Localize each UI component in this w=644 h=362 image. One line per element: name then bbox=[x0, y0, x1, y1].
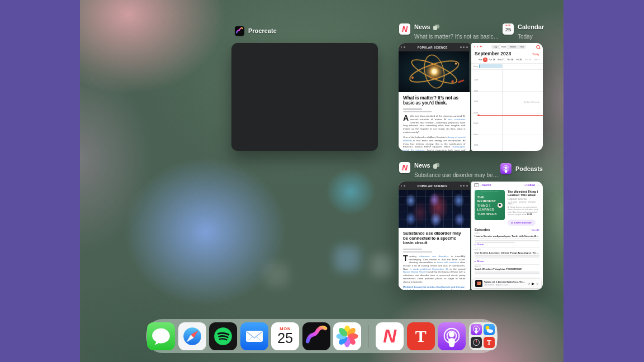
dock-icon-calendar[interactable]: MON 25 bbox=[271, 322, 299, 350]
news-masthead: POPULAR SCIENCE bbox=[406, 46, 458, 49]
day-column-divider bbox=[502, 70, 503, 151]
byline-placeholder bbox=[403, 249, 422, 250]
now-playing-artwork bbox=[475, 280, 482, 287]
dock-icon-procreate[interactable] bbox=[302, 322, 330, 350]
share-icon bbox=[460, 185, 462, 187]
episode-desc-line bbox=[475, 240, 539, 241]
news-card-1[interactable]: ‹ POPULAR SCIENCE bbox=[399, 43, 470, 151]
calendar-toolbar: ‹ › + Day Week Month Year bbox=[471, 43, 543, 51]
procreate-brush-icon bbox=[235, 26, 244, 36]
hour-label: 11 AM bbox=[471, 122, 478, 125]
calendar-card-subtitle: Today bbox=[518, 34, 533, 40]
sidebar-icon bbox=[474, 183, 479, 188]
calendar-card-title: Calendar bbox=[518, 23, 544, 31]
mini-app-icon-podcasts bbox=[471, 324, 482, 335]
follow-button: + Follow bbox=[524, 184, 535, 187]
back-to-search-button: ‹ Search bbox=[481, 184, 491, 187]
episode-date: SEP 6 bbox=[475, 233, 539, 235]
episodes-heading: Episodes bbox=[475, 227, 490, 231]
episode-desc-line bbox=[475, 242, 515, 243]
split-view-pair-news-podcasts: ‹ POPULAR SCIENCE Substance use disorder… bbox=[399, 182, 543, 290]
news-card1-title: News bbox=[414, 23, 430, 31]
wallpaper-blur-shape bbox=[334, 246, 360, 272]
multiple-windows-icon[interactable] bbox=[433, 163, 439, 169]
dock-icon-mail[interactable] bbox=[240, 322, 268, 350]
day-header: Thu28 bbox=[505, 59, 514, 61]
dock-icon-spotify[interactable] bbox=[209, 322, 237, 350]
news-app-icon: N bbox=[399, 23, 410, 35]
calendar-card[interactable]: ‹ › + Day Week Month Year September 2023… bbox=[471, 43, 543, 151]
mini-player: PopCast vol. 2: Attended Spider-Verse, T… bbox=[473, 279, 541, 288]
episode-desc-line bbox=[475, 256, 539, 258]
segment-week: Week bbox=[499, 45, 508, 49]
calendar-card-label: MON 25 Calendar Today bbox=[503, 23, 544, 41]
procreate-app-icon bbox=[235, 26, 244, 36]
play-icon: ▶ bbox=[512, 222, 513, 224]
podcasts-navbar: ‹ Search + Follow ⋯ bbox=[471, 182, 543, 189]
artwork-title-lines: THE WEIRDEST THING I LEARNED THIS WEEK bbox=[477, 195, 498, 216]
day-header: Fri29 bbox=[514, 59, 523, 61]
paragraph-text: in the journal bbox=[448, 268, 466, 270]
dock-icon-photos[interactable] bbox=[333, 322, 361, 350]
dropcap: T bbox=[403, 255, 408, 261]
procreate-card[interactable] bbox=[231, 43, 378, 151]
article-hero-image-atom bbox=[399, 51, 470, 92]
news-masthead: POPULAR SCIENCE bbox=[406, 184, 458, 188]
inline-link: new calculation bbox=[448, 118, 466, 121]
day-header-weekend: Sat30 bbox=[523, 59, 532, 61]
podcasts-card[interactable]: ‹ Search + Follow ⋯ POPULAR SCIENCE THE … bbox=[471, 182, 543, 290]
episode-duration: ▶39 min bbox=[475, 244, 539, 246]
news-card-2[interactable]: ‹ POPULAR SCIENCE Substance use disorder… bbox=[399, 182, 470, 290]
article-paragraph: Treating substance use disorders is incr… bbox=[403, 255, 466, 283]
day-header-today: Mon25 bbox=[479, 58, 487, 62]
divider bbox=[475, 264, 539, 265]
hour-label: 7 AM bbox=[471, 79, 478, 81]
dock-icon-nytimes[interactable]: T bbox=[407, 322, 435, 350]
day-header: Tue26 bbox=[487, 59, 496, 61]
back-icon: ‹ bbox=[401, 45, 402, 49]
hour-label: 10 AM bbox=[471, 112, 478, 114]
all-day-row: all-day bbox=[471, 63, 543, 70]
news-toolbar: ‹ POPULAR SCIENCE bbox=[399, 182, 470, 190]
segment-month: Month bbox=[508, 45, 518, 49]
dock-icon-safari[interactable] bbox=[178, 322, 206, 350]
dock-suggested-apps[interactable]: T bbox=[469, 322, 497, 350]
news-card1-subtitle: What is matter? It’s not as basic… bbox=[414, 34, 499, 40]
dock: MON 25 N T bbox=[146, 319, 498, 353]
episode-desc-line bbox=[475, 255, 539, 256]
play-icon: ▶ bbox=[532, 282, 534, 286]
inline-link: those with addiction bbox=[437, 261, 459, 264]
show-author: Popular Science bbox=[508, 198, 539, 201]
multiple-windows-icon[interactable] bbox=[433, 25, 439, 30]
byline-placeholder bbox=[403, 108, 422, 109]
dock-icon-messages[interactable] bbox=[147, 322, 175, 350]
view-segmented-control: Day Week Month Year bbox=[491, 45, 527, 49]
podcast-show-header: POPULAR SCIENCE THE WEIRDEST THING I LEA… bbox=[471, 189, 543, 226]
episode-item: SEP 6 How to Survive an Apocalypse, Teet… bbox=[475, 233, 539, 248]
day-header: Wed27 bbox=[496, 59, 505, 61]
screen-bezel-right bbox=[564, 0, 644, 362]
screen-bezel-left bbox=[0, 0, 80, 362]
bookmark-icon bbox=[463, 46, 465, 48]
hour-label: Noon bbox=[471, 134, 478, 136]
date-placeholder bbox=[403, 251, 432, 253]
episode-item: AUG 23 Catch Weirdest Thing Live TOMORRO… bbox=[475, 266, 539, 274]
news-card2-subtitle: Substance use disorder may be… bbox=[414, 172, 499, 178]
episode-date: AUG 30 bbox=[475, 249, 539, 251]
paragraph-text: One of the hallmarks of Albert Einstein’… bbox=[403, 136, 448, 139]
wallpaper-blur-shape bbox=[264, 263, 289, 287]
wallpaper-blur-shape bbox=[371, 254, 393, 277]
all-day-event bbox=[479, 64, 503, 68]
show-meta: ★ 4.6 (4.6K) · SCIENCE · UPDATED WEEKLY bbox=[508, 201, 539, 205]
calendar-app-icon: MON 25 bbox=[503, 23, 514, 35]
nyt-t-glyph: T bbox=[487, 339, 491, 346]
chevron-left-icon: ‹ bbox=[474, 45, 475, 49]
news-card1-label: N News What is matter? It’s not as basic… bbox=[399, 23, 499, 41]
calendar-today-link: Today bbox=[532, 53, 539, 56]
dock-icon-news[interactable]: N bbox=[376, 322, 404, 350]
chevron-right-icon: › bbox=[477, 45, 478, 49]
news-n-glyph: N bbox=[383, 327, 396, 345]
paragraph-text: confirms that number—something physicist… bbox=[403, 121, 466, 134]
dock-icon-podcasts[interactable] bbox=[438, 322, 466, 350]
share-icon bbox=[460, 46, 462, 48]
